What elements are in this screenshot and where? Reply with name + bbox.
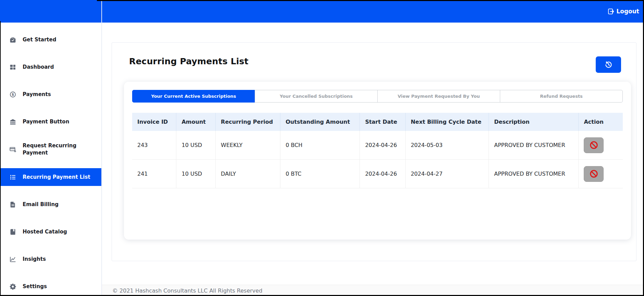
subscriptions-panel: Your Current Active Subscriptions Your C… xyxy=(124,82,631,240)
dashboard-grid-icon xyxy=(9,63,16,71)
column-header-recurring-period: Recurring Period xyxy=(216,113,280,131)
window-border-top xyxy=(97,0,644,1)
cancel-subscription-button[interactable] xyxy=(584,166,604,182)
cell-description: APPROVED BY CUSTOMER xyxy=(489,131,579,160)
logout-button[interactable]: Logout xyxy=(607,8,639,15)
table-row: 243 10 USD WEEKLY 0 BCH 2024-04-26 2024-… xyxy=(132,131,623,160)
file-lines-icon xyxy=(9,201,16,208)
column-header-description: Description xyxy=(489,113,579,131)
cell-recurring-period: WEEKLY xyxy=(216,131,280,160)
cancel-subscription-button[interactable] xyxy=(584,137,604,153)
column-header-next-billing-cycle-date: Next Billing Cycle Date xyxy=(405,113,489,131)
cell-outstanding-amount: 0 BTC xyxy=(280,160,360,188)
table-body: 243 10 USD WEEKLY 0 BCH 2024-04-26 2024-… xyxy=(132,131,623,188)
cell-amount: 10 USD xyxy=(176,131,216,160)
copyright-text: © 2021 Hashcash Consultants LLC All Righ… xyxy=(112,287,262,294)
cell-description: APPROVED BY CUSTOMER xyxy=(489,160,579,188)
cell-recurring-period: DAILY xyxy=(216,160,280,188)
sign-out-icon xyxy=(607,8,615,15)
tab-refund-requests[interactable]: Refund Requests xyxy=(500,90,623,103)
chart-line-icon xyxy=(9,255,16,263)
sidebar-item-payments[interactable]: $ Payments xyxy=(0,85,101,103)
cell-next-billing-cycle-date: 2024-04-27 xyxy=(405,160,489,188)
history-icon xyxy=(605,61,613,69)
tab-your-current-active-subscriptions[interactable]: Your Current Active Subscriptions xyxy=(132,90,255,103)
bank-icon xyxy=(9,118,16,125)
list-icon xyxy=(9,173,16,181)
subscriptions-table: Invoice ID Amount Recurring Period Outst… xyxy=(132,113,623,188)
cell-invoice-id: 241 xyxy=(132,160,176,188)
cell-amount: 10 USD xyxy=(176,160,216,188)
column-header-invoice-id: Invoice ID xyxy=(132,113,176,131)
sidebar-item-settings[interactable]: Settings xyxy=(0,278,101,295)
card-plus-icon xyxy=(9,146,16,153)
svg-text:$: $ xyxy=(12,93,14,96)
column-header-amount: Amount xyxy=(176,113,216,131)
page-title: Recurring Payments List xyxy=(129,56,249,66)
dollar-circle-icon: $ xyxy=(9,91,16,98)
refresh-button[interactable] xyxy=(596,56,621,73)
page-head: Recurring Payments List xyxy=(112,43,636,73)
cell-outstanding-amount: 0 BCH xyxy=(280,131,360,160)
app-window: Get Started Dashboard $ Payments Payment… xyxy=(0,0,644,296)
cell-start-date: 2024-04-26 xyxy=(360,131,405,160)
sidebar-item-hosted-catalog[interactable]: Hosted Catalog xyxy=(0,223,101,241)
cell-invoice-id: 243 xyxy=(132,131,176,160)
sidebar-item-request-recurring-payment[interactable]: Request Recurring Payment xyxy=(0,140,101,159)
footer: © 2021 Hashcash Consultants LLC All Righ… xyxy=(102,285,644,296)
briefcase-check-icon xyxy=(9,36,16,43)
window-border-left xyxy=(0,21,1,296)
content-area: Recurring Payments List Your Current Ac xyxy=(102,23,644,285)
table-row: 241 10 USD DAILY 0 BTC 2024-04-26 2024-0… xyxy=(132,160,623,188)
cell-action xyxy=(579,160,623,188)
table-header-row: Invoice ID Amount Recurring Period Outst… xyxy=(132,113,623,131)
cell-next-billing-cycle-date: 2024-05-03 xyxy=(405,131,489,160)
sidebar-item-recurring-payment-list[interactable]: Recurring Payment List xyxy=(0,168,101,186)
cell-start-date: 2024-04-26 xyxy=(360,160,405,188)
column-header-outstanding-amount: Outstanding Amount xyxy=(280,113,360,131)
sidebar-item-get-started[interactable]: Get Started xyxy=(0,31,101,49)
sidebar: Get Started Dashboard $ Payments Payment… xyxy=(0,0,102,296)
sidebar-item-dashboard[interactable]: Dashboard xyxy=(0,58,101,76)
tab-bar: Your Current Active Subscriptions Your C… xyxy=(132,90,623,103)
sidebar-item-insights[interactable]: Insights xyxy=(0,250,101,268)
sidebar-item-payment-button[interactable]: Payment Button xyxy=(0,113,101,131)
cell-action xyxy=(579,131,623,160)
column-header-start-date: Start Date xyxy=(360,113,405,131)
sidebar-nav: Get Started Dashboard $ Payments Payment… xyxy=(0,23,101,296)
recurring-payments-card: Recurring Payments List Your Current Ac xyxy=(112,42,636,261)
tab-your-cancelled-subscriptions[interactable]: Your Cancelled Subscriptions xyxy=(255,90,378,103)
book-icon xyxy=(9,228,16,236)
main-area: Logout Recurring Payments List xyxy=(102,0,644,296)
topbar: Logout xyxy=(102,0,644,23)
ban-icon xyxy=(589,169,598,178)
ban-icon xyxy=(589,140,598,150)
gear-icon xyxy=(9,283,16,290)
tab-view-payment-requested-by-you[interactable]: View Payment Requested By You xyxy=(377,90,500,103)
brand-logo-area xyxy=(0,0,101,23)
column-header-action: Action xyxy=(579,113,623,131)
logout-label: Logout xyxy=(616,8,639,15)
sidebar-item-email-billing[interactable]: Email Billing xyxy=(0,196,101,213)
